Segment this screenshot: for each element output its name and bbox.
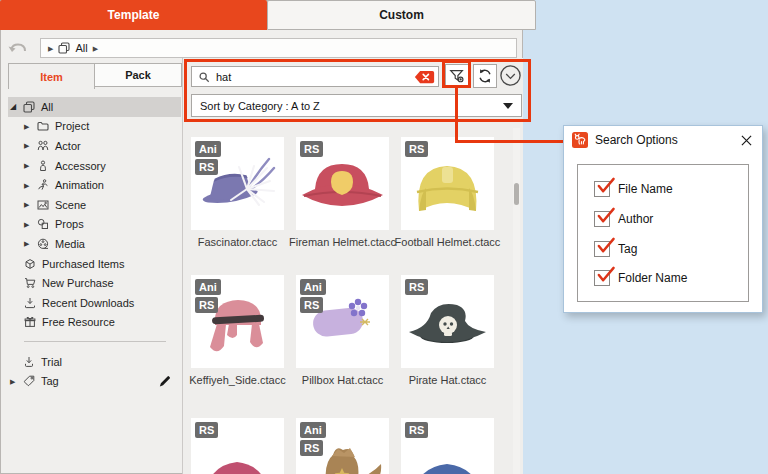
checkbox-box[interactable] xyxy=(594,270,610,286)
checkbox-box[interactable] xyxy=(594,211,610,227)
sidebar-separator xyxy=(24,341,166,342)
breadcrumb[interactable]: ▶ All ▶ xyxy=(40,38,517,58)
sidebar-item-trial[interactable]: Trial xyxy=(8,352,181,372)
gift-icon xyxy=(24,316,40,328)
badge-rs: RS xyxy=(195,159,218,175)
asset-name: Pirate Hat.ctacc xyxy=(394,374,501,387)
sidebar-item-props[interactable]: ▶Props xyxy=(8,215,181,235)
badge-rs: RS xyxy=(300,440,323,456)
collapse-arrow-icon[interactable]: ▶ xyxy=(24,201,37,208)
asset-card-fireman-helmet-ctacc[interactable]: RSFireman Helmet.ctacc xyxy=(296,137,389,230)
tag-icon xyxy=(23,375,39,387)
breadcrumb-label: All xyxy=(75,42,87,54)
annotation-connector-vertical xyxy=(455,88,458,143)
checkbox-box[interactable] xyxy=(594,181,610,197)
undo-arrow-icon[interactable] xyxy=(7,40,29,56)
checkbox-label: Tag xyxy=(618,242,637,256)
badge-stack: RS xyxy=(195,422,218,438)
badge-stack: RS xyxy=(405,422,428,438)
sidebar-item-label: Actor xyxy=(53,140,81,152)
tab-custom-label: Custom xyxy=(379,8,424,22)
scrollbar-track[interactable] xyxy=(513,128,520,474)
badge-ani: Ani xyxy=(195,279,221,295)
checkbox-label: Author xyxy=(618,212,653,226)
sidebar-item-recent-downloads[interactable]: Recent Downloads xyxy=(8,293,181,313)
sidebar-item-tag[interactable]: ▶Tag xyxy=(8,372,181,392)
tab-pack[interactable]: Pack xyxy=(94,63,182,87)
asset-card-pirate-hat-ctacc[interactable]: RSPirate Hat.ctacc xyxy=(401,275,494,368)
sidebar-item-new-purchase[interactable]: New Purchase xyxy=(8,273,181,293)
collapse-arrow-icon[interactable]: ▶ xyxy=(10,378,23,385)
tab-pack-label: Pack xyxy=(125,69,151,81)
download-icon xyxy=(24,297,40,309)
asset-card-football-helmet-ctacc[interactable]: RSFootball Helmet.ctacc xyxy=(401,137,494,230)
asset-card[interactable]: RS xyxy=(191,418,284,474)
asset-card[interactable]: RS xyxy=(401,418,494,474)
badge-rs: RS xyxy=(195,422,218,438)
annotation-filter-highlight xyxy=(442,60,471,88)
sidebar-item-label: All xyxy=(39,101,53,113)
checkbox-tag[interactable]: Tag xyxy=(594,240,637,258)
asset-name: Fascinator.ctacc xyxy=(184,236,291,249)
collapse-arrow-icon[interactable]: ▶ xyxy=(24,123,37,130)
tab-item[interactable]: Item xyxy=(8,63,95,89)
tab-template-label: Template xyxy=(108,8,160,22)
collapse-arrow-icon[interactable]: ▶ xyxy=(24,182,37,189)
tab-custom[interactable]: Custom xyxy=(267,0,536,30)
checkbox-author[interactable]: Author xyxy=(594,210,653,228)
sidebar-item-free-resource[interactable]: Free Resource xyxy=(8,313,181,333)
accessory-icon xyxy=(37,160,53,172)
asset-card-fascinator-ctacc[interactable]: AniRSFascinator.ctacc xyxy=(191,137,284,230)
sidebar-item-label: Media xyxy=(53,238,85,250)
asset-card-keffiyeh-side-ctacc[interactable]: AniRSKeffiyeh_Side.ctacc xyxy=(191,275,284,368)
sidebar-item-label: New Purchase xyxy=(40,277,114,289)
scrollbar-thumb[interactable] xyxy=(514,183,519,205)
sidebar-item-project[interactable]: ▶Project xyxy=(8,117,181,137)
sidebar-item-actor[interactable]: ▶Actor xyxy=(8,136,181,156)
sidebar-item-animation[interactable]: ▶Animation xyxy=(8,175,181,195)
badge-ani: Ani xyxy=(300,422,326,438)
sidebar-item-label: Recent Downloads xyxy=(40,297,134,309)
sidebar-tree-footer: Trial▶Tag xyxy=(8,352,181,391)
media-icon xyxy=(37,238,53,250)
close-icon[interactable] xyxy=(738,132,754,148)
cart-icon xyxy=(24,277,40,289)
asset-card-pillbox-hat-ctacc[interactable]: AniRSPillbox Hat.ctacc xyxy=(296,275,389,368)
collapse-arrow-icon[interactable]: ▶ xyxy=(24,221,37,228)
edit-pencil-icon[interactable] xyxy=(158,375,171,388)
scene-icon xyxy=(37,199,53,211)
sidebar-item-all[interactable]: ◢All xyxy=(8,97,181,117)
badge-stack: AniRS xyxy=(195,279,221,313)
checkbox-file-name[interactable]: File Name xyxy=(594,180,673,198)
asset-name: Keffiyeh_Side.ctacc xyxy=(184,374,291,387)
collapse-arrow-icon[interactable]: ▶ xyxy=(24,240,37,247)
props-icon xyxy=(37,218,53,230)
asset-name: Football Helmet.ctacc xyxy=(394,236,501,249)
stacked-items-icon xyxy=(23,101,39,113)
content-manager-window: Template Custom ▶ All ▶ Item Pack ◢All▶P… xyxy=(0,0,768,474)
sidebar-item-label: Free Resource xyxy=(40,316,115,328)
badge-stack: AniRS xyxy=(300,422,326,456)
tab-template[interactable]: Template xyxy=(0,0,267,30)
expanded-arrow-icon[interactable]: ◢ xyxy=(10,103,23,111)
checkbox-label: Folder Name xyxy=(618,271,687,285)
badge-stack: RS xyxy=(300,141,323,157)
badge-ani: Ani xyxy=(300,279,326,295)
badge-stack: RS xyxy=(405,279,428,295)
collapse-arrow-icon[interactable]: ▶ xyxy=(24,162,37,169)
collapse-arrow-icon[interactable]: ▶ xyxy=(24,142,37,149)
animation-icon xyxy=(37,179,53,191)
sidebar-item-label: Tag xyxy=(39,375,59,387)
sidebar-item-scene[interactable]: ▶Scene xyxy=(8,195,181,215)
dialog-title: Search Options xyxy=(595,133,678,147)
sidebar-item-media[interactable]: ▶Media xyxy=(8,234,181,254)
checkbox-folder-name[interactable]: Folder Name xyxy=(594,269,687,287)
badge-rs: RS xyxy=(195,297,218,313)
asset-name: Pillbox Hat.ctacc xyxy=(289,374,396,387)
checkbox-box[interactable] xyxy=(594,241,610,257)
asset-card[interactable]: AniRS xyxy=(296,418,389,474)
annotation-search-highlight xyxy=(184,59,531,122)
sidebar-item-purchased-items[interactable]: Purchased Items xyxy=(8,254,181,274)
dialog-titlebar: Search Options xyxy=(564,126,762,154)
sidebar-item-accessory[interactable]: ▶Accessory xyxy=(8,156,181,176)
